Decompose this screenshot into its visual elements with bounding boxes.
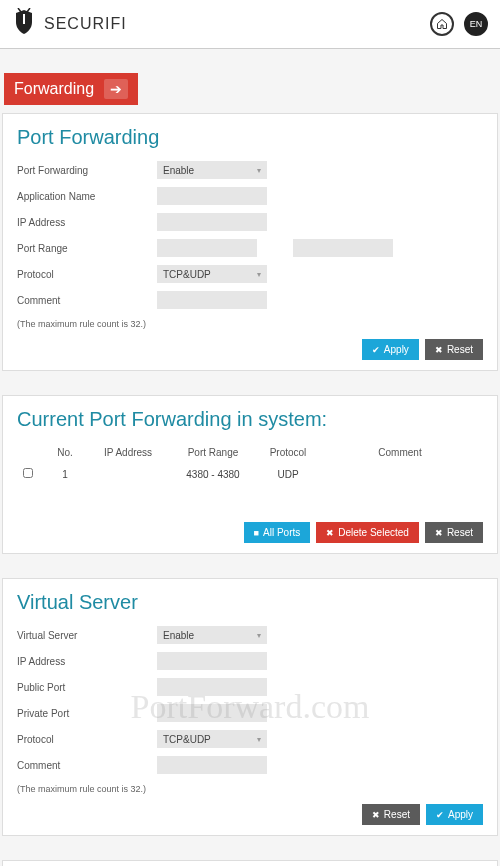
label-protocol: Protocol <box>17 734 157 745</box>
topbar: SECURIFI EN <box>0 0 500 49</box>
x-icon: ✖ <box>435 345 443 355</box>
chevron-down-icon: ▾ <box>257 166 261 175</box>
port-forwarding-panel: Port Forwarding Port Forwarding Enable▾ … <box>2 113 498 371</box>
col-ip: IP Address <box>83 447 173 458</box>
table-row: 1 4380 - 4380 UDP <box>17 462 483 486</box>
port-range-start-input[interactable] <box>157 239 257 257</box>
label-port-forwarding: Port Forwarding <box>17 165 157 176</box>
row-checkbox[interactable] <box>23 468 33 478</box>
panel-title: Current Port Forwarding in system: <box>17 408 483 431</box>
brand: SECURIFI <box>12 8 127 40</box>
reset-button[interactable]: ✖Reset <box>425 522 483 543</box>
current-virtual-servers-panel: Current Virtual Servers in system: No. I… <box>2 860 498 866</box>
reset-button[interactable]: ✖Reset <box>425 339 483 360</box>
label-port-range: Port Range <box>17 243 157 254</box>
cell-proto: UDP <box>253 469 323 480</box>
cell-range: 4380 - 4380 <box>173 469 253 480</box>
virtual-server-select[interactable]: Enable▾ <box>157 626 267 644</box>
cell-no: 1 <box>47 469 83 480</box>
public-port-input[interactable] <box>157 678 267 696</box>
x-icon: ✖ <box>372 810 380 820</box>
label-ip-address: IP Address <box>17 656 157 667</box>
port-forwarding-select[interactable]: Enable▾ <box>157 161 267 179</box>
vs-ip-input[interactable] <box>157 652 267 670</box>
col-proto: Protocol <box>253 447 323 458</box>
col-no: No. <box>47 447 83 458</box>
section-tab: Forwarding ➔ <box>0 73 500 105</box>
arrow-right-icon: ➔ <box>104 79 128 99</box>
x-icon: ✖ <box>326 528 334 538</box>
col-comment: Comment <box>323 447 477 458</box>
private-port-input[interactable] <box>157 704 267 722</box>
panel-title: Virtual Server <box>17 591 483 614</box>
current-port-forwarding-panel: Current Port Forwarding in system: No. I… <box>2 395 498 554</box>
check-icon: ✔ <box>436 810 444 820</box>
forwarding-tab[interactable]: Forwarding ➔ <box>4 73 138 105</box>
apply-button[interactable]: ✔Apply <box>362 339 419 360</box>
delete-selected-button[interactable]: ✖Delete Selected <box>316 522 419 543</box>
square-icon: ■ <box>254 528 259 538</box>
label-protocol: Protocol <box>17 269 157 280</box>
x-icon: ✖ <box>435 528 443 538</box>
label-ip-address: IP Address <box>17 217 157 228</box>
label-application-name: Application Name <box>17 191 157 202</box>
rule-count-hint: (The maximum rule count is 32.) <box>17 784 483 794</box>
ip-address-input[interactable] <box>157 213 267 231</box>
apply-button[interactable]: ✔Apply <box>426 804 483 825</box>
brand-name: SECURIFI <box>44 15 127 33</box>
reset-button[interactable]: ✖Reset <box>362 804 420 825</box>
label-public-port: Public Port <box>17 682 157 693</box>
table-header: No. IP Address Port Range Protocol Comme… <box>17 443 483 462</box>
top-icons: EN <box>430 12 488 36</box>
chevron-down-icon: ▾ <box>257 735 261 744</box>
home-icon[interactable] <box>430 12 454 36</box>
chevron-down-icon: ▾ <box>257 270 261 279</box>
rule-count-hint: (The maximum rule count is 32.) <box>17 319 483 329</box>
vs-comment-input[interactable] <box>157 756 267 774</box>
application-name-input[interactable] <box>157 187 267 205</box>
label-comment: Comment <box>17 760 157 771</box>
check-icon: ✔ <box>372 345 380 355</box>
vs-protocol-select[interactable]: TCP&UDP▾ <box>157 730 267 748</box>
page-title: Port Forwarding <box>17 126 483 149</box>
svg-rect-0 <box>23 14 25 24</box>
virtual-server-panel: Virtual Server Virtual Server Enable▾ IP… <box>2 578 498 836</box>
chevron-down-icon: ▾ <box>257 631 261 640</box>
label-comment: Comment <box>17 295 157 306</box>
port-range-end-input[interactable] <box>293 239 393 257</box>
protocol-select[interactable]: TCP&UDP▾ <box>157 265 267 283</box>
shield-antenna-icon <box>12 8 36 40</box>
label-private-port: Private Port <box>17 708 157 719</box>
col-range: Port Range <box>173 447 253 458</box>
comment-input[interactable] <box>157 291 267 309</box>
tab-label: Forwarding <box>14 80 94 98</box>
language-icon[interactable]: EN <box>464 12 488 36</box>
label-virtual-server: Virtual Server <box>17 630 157 641</box>
all-ports-button[interactable]: ■All Ports <box>244 522 311 543</box>
